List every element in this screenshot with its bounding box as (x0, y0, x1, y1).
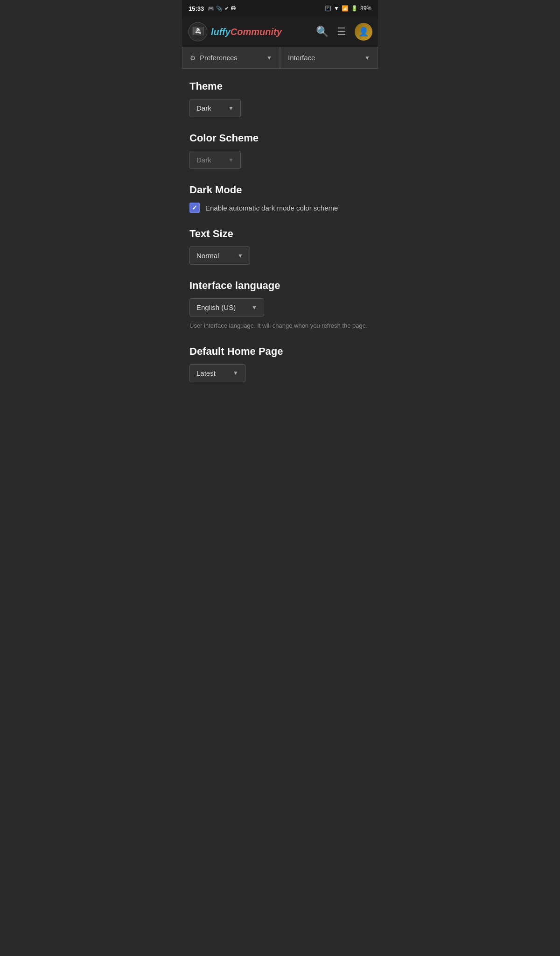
preferences-gear-icon: ⚙ (190, 54, 196, 62)
interface-language-dropdown[interactable]: English (US) ▼ (189, 298, 264, 316)
logo-icon: 🏴‍☠️ (188, 21, 208, 42)
dark-mode-checkbox[interactable]: ✓ (189, 203, 200, 213)
wifi-icon: ▼ (334, 5, 339, 12)
interface-language-helper: User interface language. It will change … (189, 321, 371, 330)
theme-dropdown-arrow: ▼ (228, 105, 234, 112)
color-scheme-section: Color Scheme Dark ▼ (189, 132, 371, 169)
svg-text:🏴‍☠️: 🏴‍☠️ (192, 25, 205, 37)
color-scheme-dropdown[interactable]: Dark ▼ (189, 151, 241, 169)
logo-luffy: luffy (211, 27, 231, 37)
signal-icon: 📶 (342, 5, 349, 12)
paperclip-icon: 📎 (216, 6, 223, 12)
text-size-dropdown[interactable]: Normal ▼ (189, 246, 250, 265)
text-size-section: Text Size Normal ▼ (189, 228, 371, 265)
glasses-icon: 🕶 (231, 6, 236, 11)
status-left: 15:33 🎮 📎 ✔ 🕶 (189, 5, 236, 12)
search-icon[interactable]: 🔍 (316, 26, 329, 38)
battery-percent: 89% (360, 5, 371, 12)
avatar-icon: 👤 (358, 27, 369, 37)
dark-mode-checkbox-label: Enable automatic dark mode color scheme (205, 204, 338, 212)
logo-text: luffyCommunity (211, 27, 282, 37)
checkmark-icon: ✔ (224, 6, 229, 12)
theme-section: Theme Dark ▼ (189, 80, 371, 117)
default-home-page-selected-value: Latest (196, 369, 228, 377)
default-home-page-dropdown[interactable]: Latest ▼ (189, 364, 245, 382)
tab-bar: ⚙ Preferences ▼ Interface ▼ (182, 47, 378, 69)
dark-mode-title: Dark Mode (189, 184, 371, 196)
text-size-dropdown-arrow: ▼ (238, 253, 243, 259)
theme-dropdown[interactable]: Dark ▼ (189, 99, 241, 117)
preferences-chevron-icon: ▼ (266, 55, 272, 61)
status-icons: 🎮 📎 ✔ 🕶 (208, 6, 236, 12)
default-home-page-dropdown-arrow: ▼ (233, 370, 238, 376)
logo-svg: 🏴‍☠️ (188, 21, 208, 42)
interface-language-title: Interface language (189, 280, 371, 292)
default-home-page-title: Default Home Page (189, 345, 371, 358)
main-content: Theme Dark ▼ Color Scheme Dark ▼ Dark Mo… (182, 69, 378, 408)
status-bar: 15:33 🎮 📎 ✔ 🕶 📳 ▼ 📶 🔋 89% (182, 0, 378, 17)
discord-icon: 🎮 (208, 6, 214, 12)
logo-area[interactable]: 🏴‍☠️ luffyCommunity (188, 21, 282, 42)
avatar[interactable]: 👤 (355, 23, 372, 41)
check-mark-icon: ✓ (192, 204, 197, 211)
theme-selected-value: Dark (196, 104, 224, 112)
color-scheme-selected-value: Dark (196, 156, 224, 164)
status-right: 📳 ▼ 📶 🔋 89% (324, 5, 371, 12)
text-size-title: Text Size (189, 228, 371, 240)
battery-icon: 🔋 (351, 5, 358, 12)
status-time: 15:33 (189, 5, 204, 12)
theme-title: Theme (189, 80, 371, 92)
preferences-tab-label: Preferences (200, 54, 238, 62)
vibrate-icon: 📳 (324, 5, 331, 12)
dark-mode-checkbox-row: ✓ Enable automatic dark mode color schem… (189, 203, 371, 213)
interface-tab[interactable]: Interface ▼ (280, 47, 378, 69)
dark-mode-section: Dark Mode ✓ Enable automatic dark mode c… (189, 184, 371, 213)
interface-language-section: Interface language English (US) ▼ User i… (189, 280, 371, 330)
top-nav: 🏴‍☠️ luffyCommunity 🔍 ☰ 👤 (182, 17, 378, 47)
interface-language-dropdown-arrow: ▼ (252, 304, 257, 311)
logo-community: Community (231, 27, 282, 37)
interface-tab-label: Interface (288, 54, 315, 62)
interface-language-selected-value: English (US) (196, 303, 247, 311)
color-scheme-title: Color Scheme (189, 132, 371, 144)
hamburger-menu-icon[interactable]: ☰ (337, 26, 346, 38)
preferences-tab[interactable]: ⚙ Preferences ▼ (182, 47, 280, 69)
color-scheme-dropdown-arrow: ▼ (228, 157, 234, 163)
nav-actions: 🔍 ☰ 👤 (316, 23, 372, 41)
text-size-selected-value: Normal (196, 252, 233, 260)
default-home-page-section: Default Home Page Latest ▼ (189, 345, 371, 382)
interface-chevron-icon: ▼ (364, 55, 370, 61)
